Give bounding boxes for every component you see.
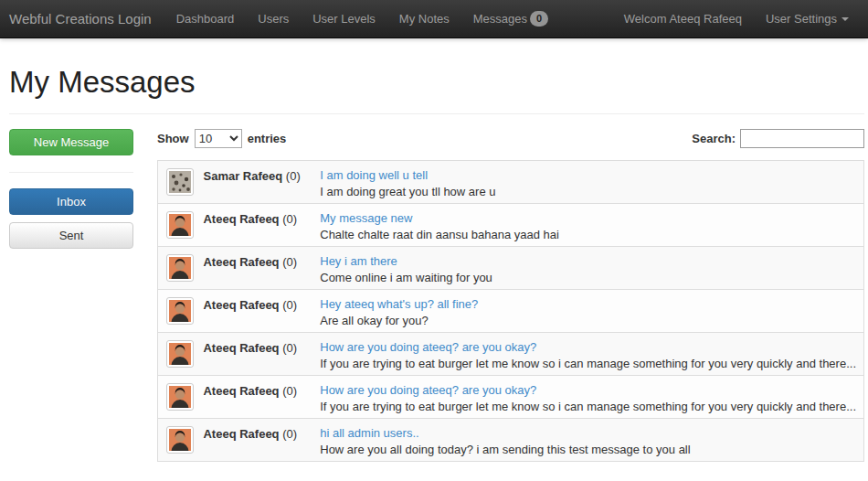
sender-avatar <box>166 211 194 239</box>
sidebar: New Message Inbox Sent <box>9 129 133 249</box>
inbox-button[interactable]: Inbox <box>9 188 133 215</box>
user-settings-label: User Settings <box>766 12 837 26</box>
search-input[interactable] <box>740 129 864 148</box>
page-size-select[interactable]: 10 <box>195 129 242 148</box>
messages-panel: Show 10 entries Search: <box>157 129 864 462</box>
message-row[interactable]: Ateeq Rafeeq (0) My message new Chalte c… <box>158 204 864 247</box>
unread-count: (0) <box>282 255 297 269</box>
message-row[interactable]: Samar Rafeeq (0) I am doing well u tell … <box>158 161 864 204</box>
search-label: Search: <box>692 132 736 145</box>
search-control: Search: <box>692 129 864 148</box>
caret-down-icon <box>842 17 849 21</box>
messages-table: Samar Rafeeq (0) I am doing well u tell … <box>157 160 864 462</box>
sidebar-divider <box>9 172 133 173</box>
sender-avatar <box>166 254 194 282</box>
brand-title[interactable]: Webful Creations Login <box>0 0 164 37</box>
messages-table-body: Samar Rafeeq (0) I am doing well u tell … <box>158 161 864 462</box>
nav-item-my-notes[interactable]: My Notes <box>387 0 461 37</box>
nav-item-messages[interactable]: Messages0 <box>461 0 560 37</box>
unread-count: (0) <box>282 212 297 226</box>
person-avatar-icon <box>169 386 191 408</box>
message-preview: If you are trying to eat burger let me k… <box>320 400 856 413</box>
person-avatar-icon <box>169 429 191 451</box>
unread-count: (0) <box>282 427 297 441</box>
message-preview: Come online i am waiting for you <box>320 271 856 284</box>
person-avatar-icon <box>169 214 191 236</box>
message-subject-link[interactable]: hi all admin users.. <box>320 426 418 440</box>
message-preview: How are you all doing today? i am sendin… <box>320 443 856 456</box>
nav-item-dashboard[interactable]: Dashboard <box>164 0 247 37</box>
sent-button[interactable]: Sent <box>9 222 133 249</box>
entries-label: entries <box>248 132 287 145</box>
sender-avatar <box>166 168 194 196</box>
message-row[interactable]: Ateeq Rafeeq (0) hi all admin users.. Ho… <box>158 419 864 462</box>
message-subject-link[interactable]: Hey i am there <box>320 254 397 268</box>
message-row[interactable]: Ateeq Rafeeq (0) How are you doing ateeq… <box>158 376 864 419</box>
message-preview: Chalte chalte raat din aansu bahana yaad… <box>320 228 856 241</box>
message-preview: I am doing great you tll how are u <box>320 185 856 198</box>
nav-item-users[interactable]: Users <box>246 0 301 37</box>
sender-name: Ateeq Rafeeq <box>203 212 279 226</box>
sender-avatar <box>166 340 194 368</box>
unread-count: (0) <box>282 298 297 312</box>
sender-name: Ateeq Rafeeq <box>203 298 279 312</box>
sender-avatar <box>166 426 194 454</box>
message-subject-link[interactable]: I am doing well u tell <box>320 168 428 182</box>
nav-item-messages-label: Messages <box>473 12 527 26</box>
sender-name: Samar Rafeeq <box>203 169 282 183</box>
messages-count-badge: 0 <box>530 11 548 27</box>
sender-name: Ateeq Rafeeq <box>203 384 279 398</box>
message-row[interactable]: Ateeq Rafeeq (0) Hey i am there Come onl… <box>158 247 864 290</box>
top-navbar: Webful Creations Login Dashboard Users U… <box>0 0 868 38</box>
sender-name: Ateeq Rafeeq <box>203 255 279 269</box>
sender-name: Ateeq Rafeeq <box>203 341 279 355</box>
message-subject-link[interactable]: How are you doing ateeq? are you okay? <box>320 340 536 354</box>
message-subject-link[interactable]: My message new <box>320 211 412 225</box>
pattern-avatar-icon <box>169 171 191 193</box>
message-subject-link[interactable]: How are you doing ateeq? are you okay? <box>320 383 536 397</box>
sender-name: Ateeq Rafeeq <box>203 427 279 441</box>
show-entries-control: Show 10 entries <box>157 129 286 148</box>
sender-avatar <box>166 383 194 411</box>
unread-count: (0) <box>282 384 297 398</box>
page-title: My Messages <box>9 65 864 100</box>
message-subject-link[interactable]: Hey ateeq what's up? all fine? <box>320 297 478 311</box>
welcome-user-label: Welcom Ateeq Rafeeq <box>612 0 754 37</box>
person-avatar-icon <box>169 257 191 279</box>
person-avatar-icon <box>169 343 191 365</box>
show-label: Show <box>157 132 189 145</box>
new-message-button[interactable]: New Message <box>9 129 133 155</box>
message-preview: Are all okay for you? <box>320 314 856 327</box>
person-avatar-icon <box>169 300 191 322</box>
user-settings-dropdown[interactable]: User Settings <box>754 0 861 37</box>
unread-count: (0) <box>282 341 297 355</box>
message-row[interactable]: Ateeq Rafeeq (0) How are you doing ateeq… <box>158 333 864 376</box>
nav-item-user-levels[interactable]: User Levels <box>301 0 387 37</box>
unread-count: (0) <box>286 169 301 183</box>
message-row[interactable]: Ateeq Rafeeq (0) Hey ateeq what's up? al… <box>158 290 864 333</box>
title-divider <box>9 113 864 114</box>
message-preview: If you are trying to eat burger let me k… <box>320 357 856 370</box>
sender-avatar <box>166 297 194 325</box>
